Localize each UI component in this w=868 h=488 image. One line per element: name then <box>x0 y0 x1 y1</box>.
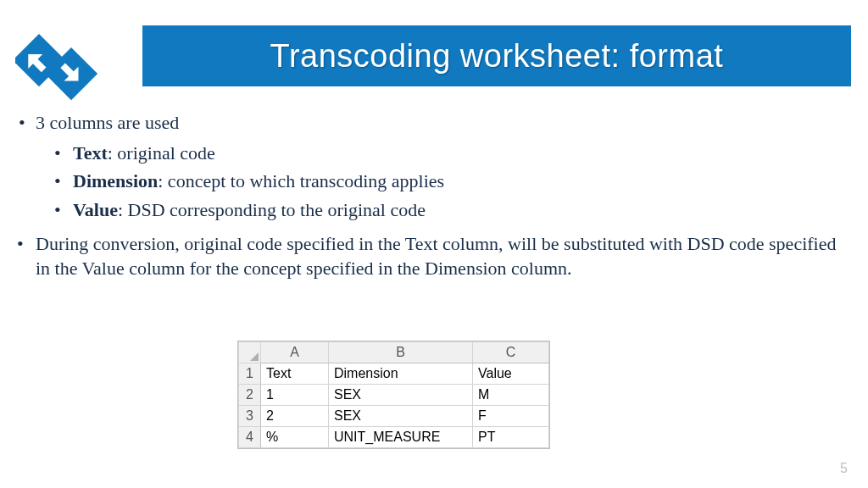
cell: M <box>473 385 549 406</box>
bullet-dot: • <box>17 110 36 136</box>
slide-header: Transcoding worksheet: format <box>0 20 868 92</box>
bullet-main-2: •During conversion, original code specif… <box>17 231 851 281</box>
bullet-rest: : concept to which transcoding applies <box>158 170 444 191</box>
bullet-dot: • <box>54 141 73 166</box>
cell: 2 <box>261 406 329 427</box>
bullet-dot: • <box>54 169 73 194</box>
table-row: 1 Text Dimension Value <box>239 363 549 385</box>
slide-title: Transcoding worksheet: format <box>270 38 724 75</box>
cell: SEX <box>329 385 473 406</box>
bullet-text: Text: original code <box>73 141 215 166</box>
bullet-sub-3: • Value: DSD corresponding to the origin… <box>54 197 851 223</box>
spreadsheet-snippet: A B C 1 Text Dimension Value 2 1 SEX M 3… <box>237 341 550 449</box>
cell: SEX <box>329 406 473 427</box>
logo-icon <box>15 17 125 102</box>
slide-content: • 3 columns are used • Text: original co… <box>17 110 851 281</box>
sheet-corner <box>239 342 261 363</box>
bullet-main-1: • 3 columns are used <box>17 110 851 136</box>
cell: PT <box>473 427 549 448</box>
row-number: 2 <box>239 385 261 406</box>
table-row: 4 % UNIT_MEASURE PT <box>239 427 549 448</box>
bullet-rest: : original code <box>108 142 215 164</box>
bullet-sub-1: • Text: original code <box>54 141 851 166</box>
row-number: 1 <box>239 363 261 385</box>
cell: Dimension <box>329 363 473 385</box>
cell: Text <box>261 363 329 385</box>
bullet-text: Value: DSD corresponding to the original… <box>73 197 426 223</box>
bullet-sub-2: • Dimension: concept to which transcodin… <box>54 169 851 194</box>
bullet-text: 3 columns are used <box>36 110 179 136</box>
col-header-a: A <box>261 342 329 363</box>
bullet-dot: • <box>54 197 73 223</box>
bullet-bold: Value <box>73 199 118 220</box>
col-header-b: B <box>329 342 473 363</box>
row-number: 3 <box>239 406 261 427</box>
bullet-text: Dimension: concept to which transcoding … <box>73 169 444 194</box>
page-number: 5 <box>840 461 848 476</box>
bullet-bold: Text <box>73 142 108 164</box>
table-row: 2 1 SEX M <box>239 385 549 406</box>
cell: F <box>473 406 549 427</box>
cell: Value <box>473 363 549 385</box>
bullet-text: During conversion, original code specifi… <box>36 233 836 280</box>
cell: UNIT_MEASURE <box>329 427 473 448</box>
table-row: 3 2 SEX F <box>239 406 549 427</box>
row-number: 4 <box>239 427 261 448</box>
title-bar: Transcoding worksheet: format <box>142 25 851 86</box>
bullet-rest: : DSD corresponding to the original code <box>118 199 426 220</box>
bullet-bold: Dimension <box>73 170 158 191</box>
cell: 1 <box>261 385 329 406</box>
cell: % <box>261 427 329 448</box>
col-header-c: C <box>473 342 549 363</box>
bullet-dot: • <box>17 231 36 257</box>
